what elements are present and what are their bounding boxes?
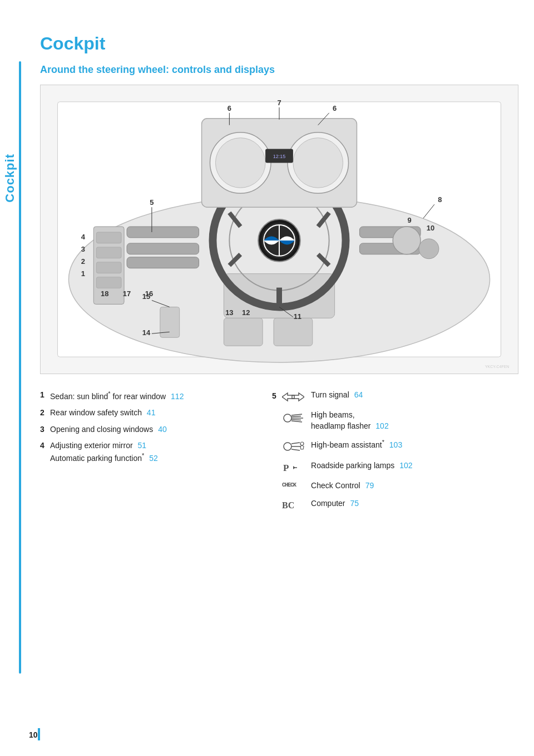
svg-rect-29 [127, 243, 199, 254]
highbeam-assistant-page: 103 [389, 440, 402, 449]
svg-point-34 [419, 239, 439, 259]
page-title: Cockpit [40, 33, 512, 54]
computer-bc-icon: BC [282, 498, 311, 512]
svg-line-72 [291, 416, 301, 417]
svg-rect-30 [127, 257, 199, 268]
svg-text:6: 6 [228, 104, 231, 112]
item-page-1: 112 [171, 392, 184, 401]
item-text-4: Adjusting exterior mirror 51 Automatic p… [50, 440, 255, 464]
svg-rect-35 [224, 318, 263, 346]
sub-item-check-control: CHECK Check Control 79 [282, 480, 512, 492]
sub-item-turn-signal: Turn signal 64 [282, 390, 512, 403]
svg-text:13: 13 [225, 308, 233, 317]
list-item: 3 Opening and closing windows 40 [40, 424, 255, 435]
highbeam-page: 102 [375, 421, 388, 430]
svg-text:4: 4 [81, 233, 86, 241]
svg-point-74 [284, 443, 291, 450]
parking-lamps-page: 102 [399, 461, 412, 470]
svg-text:17: 17 [123, 289, 131, 298]
sub-item-parking-lamps: P Roadside parking lamps 102 [282, 460, 512, 474]
svg-text:9: 9 [407, 216, 411, 224]
check-control-text: Check Control 79 [311, 480, 512, 492]
item-number-1: 1 [40, 390, 50, 401]
svg-text:YKCY-C4FEN: YKCY-C4FEN [485, 365, 510, 369]
svg-text:1: 1 [81, 269, 85, 278]
check-control-icon: CHECK [282, 480, 311, 489]
right-column: 5 Turn signal 64 [266, 390, 512, 524]
svg-rect-27 [96, 277, 121, 288]
svg-rect-26 [96, 262, 121, 273]
item-5-subitems: Turn signal 64 [282, 390, 512, 518]
svg-point-78 [300, 442, 304, 445]
item-page-4a: 51 [138, 441, 147, 450]
parking-lamps-text: Roadside parking lamps 102 [311, 460, 512, 472]
svg-text:12:15: 12:15 [273, 154, 285, 159]
sub-item-highbeam-assistant: High-beam assistant* 103 [282, 438, 512, 454]
item-number-4: 4 [40, 440, 50, 451]
svg-text:12: 12 [242, 308, 250, 317]
svg-point-33 [393, 227, 421, 254]
svg-rect-28 [127, 227, 199, 238]
svg-text:15: 15 [142, 292, 150, 301]
svg-text:P: P [283, 463, 289, 473]
turn-signal-icon [282, 390, 311, 403]
svg-rect-36 [274, 318, 313, 346]
page-number: 10 [29, 730, 38, 739]
cockpit-diagram: 12:15 6 [40, 85, 518, 374]
svg-line-71 [291, 421, 302, 422]
item-page-3: 40 [158, 425, 167, 434]
svg-text:7: 7 [277, 99, 281, 107]
svg-point-68 [284, 414, 291, 422]
svg-line-73 [291, 420, 301, 420]
svg-text:3: 3 [81, 245, 85, 253]
svg-text:2: 2 [81, 257, 85, 266]
svg-rect-24 [96, 232, 121, 243]
svg-text:18: 18 [101, 289, 108, 298]
highbeam-assistant-text: High-beam assistant* 103 [311, 438, 512, 450]
svg-line-69 [291, 414, 302, 415]
page-indicator-bar [38, 728, 40, 740]
item-number-3: 3 [40, 424, 50, 435]
turn-signal-text: Turn signal 64 [311, 390, 512, 401]
sidebar-label: Cockpit [0, 67, 20, 289]
svg-rect-25 [96, 247, 121, 258]
section-title: Around the steering wheel: controls and … [40, 64, 512, 76]
list-item: 1 Sedan: sun blind* for rear window 112 [40, 390, 255, 402]
svg-text:8: 8 [438, 195, 442, 204]
item-5-row: 5 Turn signal 64 [272, 390, 512, 518]
item-number-2: 2 [40, 408, 50, 419]
svg-text:6: 6 [333, 104, 337, 112]
item-page-4b: 52 [149, 454, 158, 463]
item-text-1: Sedan: sun blind* for rear window 112 [50, 390, 255, 402]
item-page-2: 41 [147, 408, 156, 417]
svg-text:11: 11 [294, 312, 301, 321]
content-columns: 1 Sedan: sun blind* for rear window 112 … [40, 390, 512, 524]
item-number-5: 5 [272, 391, 282, 402]
turn-signal-page: 64 [354, 390, 363, 399]
svg-text:10: 10 [427, 224, 434, 232]
highbeam-icon [282, 410, 311, 425]
svg-text:5: 5 [150, 198, 154, 207]
check-control-page: 79 [365, 481, 374, 490]
svg-point-18 [215, 138, 265, 188]
left-column: 1 Sedan: sun blind* for rear window 112 … [40, 390, 266, 524]
svg-text:14: 14 [142, 328, 151, 337]
sub-item-computer: BC Computer 75 [282, 498, 512, 512]
svg-point-20 [293, 138, 343, 188]
parking-lamps-icon: P [282, 460, 311, 474]
svg-line-77 [291, 449, 300, 450]
svg-line-75 [291, 443, 300, 444]
computer-text: Computer 75 [311, 498, 512, 509]
sub-item-highbeam: High beams,headlamp flasher 102 [282, 410, 512, 431]
highbeam-text: High beams,headlamp flasher 102 [311, 410, 512, 431]
computer-page: 75 [350, 499, 359, 508]
item-text-3: Opening and closing windows 40 [50, 424, 255, 435]
list-item: 4 Adjusting exterior mirror 51 Automatic… [40, 440, 255, 464]
item-text-2: Rear window safety switch 41 [50, 408, 255, 419]
list-item: 2 Rear window safety switch 41 [40, 408, 255, 419]
svg-rect-37 [160, 307, 180, 337]
highbeam-assistant-icon [282, 438, 311, 454]
